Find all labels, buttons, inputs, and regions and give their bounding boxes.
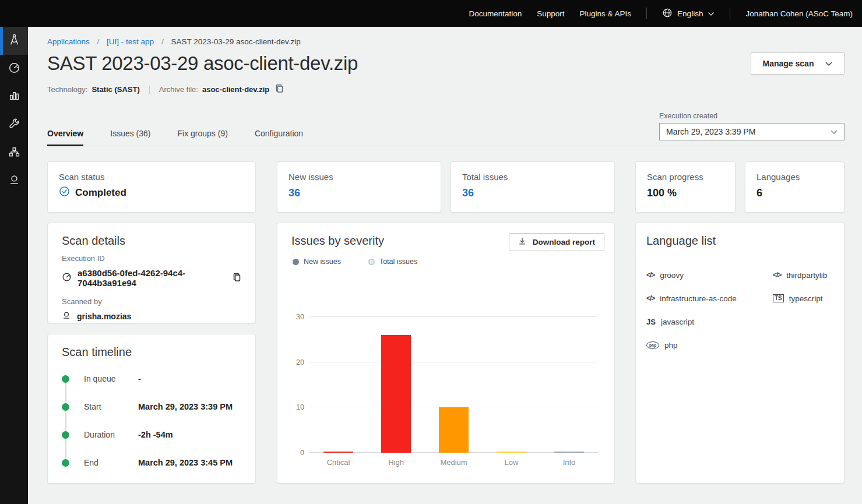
scan-meta: Technology: Static (SAST) Archive file: … — [47, 84, 845, 95]
language-item-thirdpartylib: </> thirdpartylib — [773, 263, 833, 287]
typescript-icon: TS — [773, 294, 784, 302]
breadcrumb: Applications / [UI] - test app / SAST 20… — [47, 37, 845, 46]
x-category-label: Low — [483, 458, 540, 467]
bar-slot — [309, 317, 367, 453]
execution-created-select[interactable]: March 29, 2023 3:39 PM — [659, 123, 845, 140]
languages-card: Languages 6 — [745, 161, 845, 213]
language-item-infrastructure-as-code: </> infrastructure-as-code — [646, 287, 773, 310]
timeline-dot — [62, 431, 69, 439]
tab-overview[interactable]: Overview — [47, 129, 83, 146]
sidebar-item-scans[interactable] — [0, 55, 28, 83]
bar-slot — [367, 317, 425, 453]
timeline: In queue - Start March 29, 2023 3:39 PM … — [62, 365, 241, 477]
x-category-label: Critical — [309, 458, 367, 467]
tab-fix-groups[interactable]: Fix groups (9) — [178, 129, 228, 146]
scan-timeline-card: Scan timeline In queue - Start March 29,… — [47, 334, 256, 484]
execution-id-value: a6380d56-0fed-4262-94c4-7044b3a91e94 — [78, 268, 226, 288]
x-category-label: High — [367, 458, 425, 467]
bar-slot — [483, 317, 540, 453]
bar-low — [497, 452, 526, 453]
topbar-link-documentation[interactable]: Documentation — [469, 9, 522, 18]
gauge-icon — [62, 272, 72, 284]
topbar-link-plugins-apis[interactable]: Plugins & APIs — [580, 9, 632, 18]
scan-progress-value: 100 % — [647, 187, 724, 199]
user-icon — [62, 311, 71, 322]
manage-scan-button[interactable]: Manage scan — [751, 52, 845, 75]
y-tick-label: 10 — [287, 403, 304, 411]
scanned-by-label: Scanned by — [62, 297, 241, 306]
code-icon: </> — [646, 294, 655, 302]
issues-by-severity-card: Issues by severity Download report New i… — [277, 223, 615, 484]
scanned-by-value: grisha.mozias — [77, 312, 131, 321]
topbar-divider — [646, 8, 647, 19]
javascript-icon: JS — [646, 318, 656, 326]
breadcrumb-app[interactable]: [UI] - test app — [107, 37, 154, 46]
language-label: English — [677, 9, 703, 18]
language-item-groovy: </> groovy — [646, 263, 773, 287]
bar-high — [381, 335, 411, 453]
legend-new-issues[interactable]: New issues — [293, 258, 341, 266]
tab-issues[interactable]: Issues (36) — [110, 129, 150, 146]
severity-chart-categories: CriticalHighMediumLowInfo — [309, 458, 598, 467]
bar-info — [554, 452, 584, 453]
chart-legend: New issues Total issues — [291, 258, 604, 266]
archive-file-label: Archive file: — [159, 85, 198, 94]
total-issues-card: Total issues 36 — [451, 161, 615, 213]
legend-total-issues[interactable]: Total issues — [368, 258, 417, 266]
x-category-label: Medium — [425, 458, 483, 467]
copy-execution-id-button[interactable] — [233, 273, 241, 284]
timeline-row-in-queue: In queue - — [62, 365, 241, 393]
download-report-button[interactable]: Download report — [509, 233, 604, 251]
bars-container — [309, 317, 598, 453]
sidebar-item-organization[interactable] — [0, 139, 28, 167]
language-item-javascript: JS javascript — [646, 310, 773, 333]
technology-label: Technology: — [47, 85, 87, 94]
y-tick-label: 30 — [287, 313, 304, 321]
languages-value: 6 — [757, 187, 833, 199]
topbar-link-support[interactable]: Support — [537, 9, 564, 18]
technology-value: Static (SAST) — [92, 85, 139, 94]
user-menu[interactable]: Jonathan Cohen (ASoC Team) — [745, 9, 853, 18]
tab-configuration[interactable]: Configuration — [255, 129, 303, 146]
language-selector[interactable]: English — [662, 8, 715, 20]
download-icon — [518, 237, 526, 247]
sidebar-item-account[interactable] — [0, 167, 28, 195]
copy-icon — [233, 273, 241, 284]
scan-status-label: Scan status — [59, 172, 244, 182]
scan-timeline-title: Scan timeline — [62, 346, 241, 359]
copy-archive-button[interactable] — [275, 84, 284, 95]
sidebar — [0, 27, 28, 504]
bar-slot — [425, 317, 483, 453]
bar-chart-icon — [8, 90, 20, 104]
language-list-card: Language list </> groovy </> infrastruct… — [635, 223, 845, 484]
bar-slot — [540, 317, 598, 453]
timeline-dot — [62, 403, 69, 411]
user-icon — [8, 174, 20, 188]
legend-dot — [293, 259, 299, 265]
code-icon: </> — [646, 271, 655, 279]
timeline-row-start: Start March 29, 2023 3:39 PM — [62, 393, 241, 421]
scan-details-card: Scan details Execution ID a6380d56-0fed-… — [47, 223, 256, 323]
language-item-php: php php — [646, 333, 773, 357]
scan-status-value: Completed — [75, 187, 126, 199]
code-icon: </> — [773, 271, 781, 279]
wrench-icon — [8, 118, 20, 132]
sidebar-item-applications[interactable] — [0, 27, 28, 55]
language-grid: </> groovy </> infrastructure-as-code JS… — [646, 263, 833, 357]
globe-icon — [662, 8, 673, 20]
drafting-compass-icon — [8, 34, 20, 48]
breadcrumb-current: SAST 2023-03-29 asoc-client-dev.zip — [171, 37, 300, 46]
tabs-bar: Overview Issues (36) Fix groups (9) Conf… — [47, 112, 845, 146]
bar-medium — [439, 407, 469, 453]
execution-created-label: Execution created — [659, 112, 845, 120]
scan-status-card: Scan status Completed — [47, 161, 256, 213]
timeline-row-duration: Duration -2h -54m — [62, 421, 241, 449]
y-tick-label: 20 — [287, 358, 304, 366]
severity-chart-plot: 0102030 — [309, 317, 598, 453]
breadcrumb-applications[interactable]: Applications — [47, 37, 90, 46]
gauge-icon — [8, 62, 20, 76]
php-icon: php — [646, 341, 659, 349]
sidebar-item-tools[interactable] — [0, 111, 28, 139]
sidebar-item-reports[interactable] — [0, 83, 28, 111]
x-category-label: Info — [540, 458, 598, 467]
